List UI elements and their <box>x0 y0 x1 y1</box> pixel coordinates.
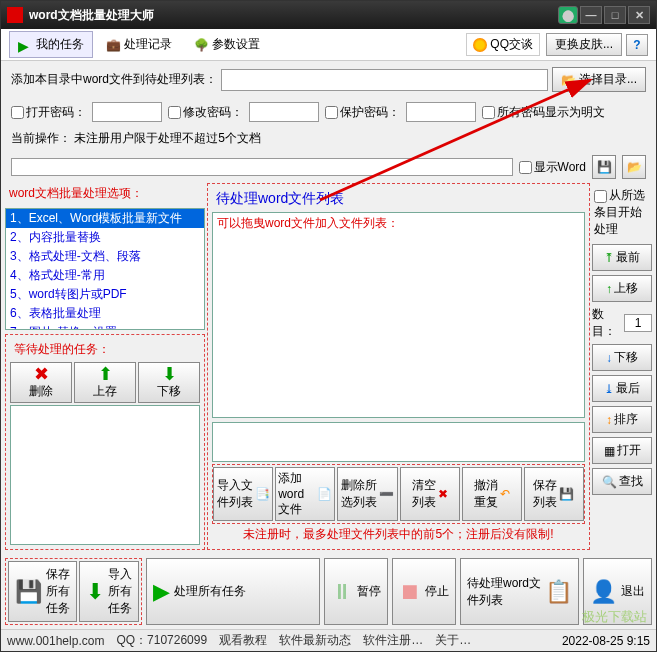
list-item[interactable]: 5、word转图片或PDF <box>6 285 204 304</box>
status-register[interactable]: 软件注册… <box>363 632 423 649</box>
stop-button[interactable]: ⏹停止 <box>392 558 456 625</box>
drag-hint: 可以拖曳word文件加入文件列表： <box>217 215 399 232</box>
open-icon-button[interactable]: 📂 <box>622 155 646 179</box>
to-bottom-button[interactable]: ⤓最后 <box>592 375 652 402</box>
status-tutorial[interactable]: 观看教程 <box>219 632 267 649</box>
move-up-button[interactable]: ⬆上存 <box>74 362 136 403</box>
clear-icon: ✖ <box>438 487 448 501</box>
progress-bar <box>11 158 513 176</box>
search-icon: 🔍 <box>602 475 617 489</box>
bottom-icon: ⤓ <box>604 382 614 396</box>
protect-pw-check[interactable]: 保护密码： <box>325 104 400 121</box>
move-down-button[interactable]: ⬇下移 <box>138 362 200 403</box>
up-icon: ⬆ <box>98 365 113 383</box>
list-item[interactable]: 2、内容批量替换 <box>6 228 204 247</box>
modify-pw-input[interactable] <box>249 102 319 122</box>
help-button[interactable]: ? <box>626 34 648 56</box>
down-icon: ↓ <box>606 351 612 365</box>
tab-my-tasks[interactable]: ▶我的任务 <box>9 31 93 58</box>
exit-icon: 👤 <box>590 579 617 605</box>
save-icon-button[interactable]: 💾 <box>592 155 616 179</box>
qq-icon <box>473 38 487 52</box>
protect-pw-input[interactable] <box>406 102 476 122</box>
open-pw-input[interactable] <box>92 102 162 122</box>
status-time: 2022-08-25 9:15 <box>562 634 650 648</box>
x-icon: ✖ <box>34 365 49 383</box>
folder-icon: 📂 <box>561 73 576 87</box>
doc-icon: 📄 <box>317 487 332 501</box>
add-word-button[interactable]: 添加word 文件📄 <box>275 467 335 521</box>
add-dir-label: 添加本目录中word文件到待处理列表： <box>11 71 217 88</box>
list-icon: 📑 <box>255 487 270 501</box>
tab-label: 参数设置 <box>212 36 260 53</box>
sort-button[interactable]: ↕排序 <box>592 406 652 433</box>
to-top-button[interactable]: ⤒最前 <box>592 244 652 271</box>
extra-button[interactable]: ⬤ <box>558 6 578 24</box>
top-icon: ⤒ <box>604 251 614 265</box>
start-from-check[interactable]: 从所选条目开始处理 <box>592 185 652 240</box>
minus-icon: ➖ <box>379 487 394 501</box>
list-item[interactable]: 1、Excel、Word模板批量新文件 <box>6 209 204 228</box>
detail-box <box>212 422 585 462</box>
exit-button[interactable]: 👤退出 <box>583 558 652 625</box>
minimize-button[interactable]: — <box>580 6 602 24</box>
sort-icon: ↕ <box>606 413 612 427</box>
file-list[interactable]: 可以拖曳word文件加入文件列表： <box>212 212 585 418</box>
pause-button[interactable]: ⏸暂停 <box>324 558 388 625</box>
list-icon: 📋 <box>545 579 572 605</box>
show-word-check[interactable]: 显示Word <box>519 159 586 176</box>
status-about[interactable]: 关于… <box>435 632 471 649</box>
clear-list-button[interactable]: 清空 列表✖ <box>400 467 460 521</box>
run-all-button[interactable]: ▶处理所有任务 <box>146 558 320 625</box>
download-icon: ⬇ <box>86 579 104 605</box>
save-icon: 💾 <box>559 487 574 501</box>
play-icon: ▶ <box>153 579 170 605</box>
delete-button[interactable]: ✖删除 <box>10 362 72 403</box>
up-button[interactable]: ↑上移 <box>592 275 652 302</box>
open-button[interactable]: ▦打开 <box>592 437 652 464</box>
undo-dup-button[interactable]: 撤消 重复↶ <box>462 467 522 521</box>
list-item[interactable]: 3、格式处理-文档、段落 <box>6 247 204 266</box>
list-item[interactable]: 7、图片-替换、设置 <box>6 323 204 330</box>
qq-chat-button[interactable]: QQ交谈 <box>466 33 540 56</box>
list-item[interactable]: 6、表格批量处理 <box>6 304 204 323</box>
tab-label: 处理记录 <box>124 36 172 53</box>
status-url[interactable]: www.001help.com <box>7 634 104 648</box>
save-all-tasks-button[interactable]: 💾保存 所有 任务 <box>8 561 77 622</box>
pending-filelist-button[interactable]: 待处理word文 件列表📋 <box>460 558 579 625</box>
down-button[interactable]: ↓下移 <box>592 344 652 371</box>
dir-input[interactable] <box>221 69 548 91</box>
down-icon: ⬇ <box>162 365 177 383</box>
choose-dir-label: 选择目录... <box>579 71 637 88</box>
play-icon: ▶ <box>18 38 32 52</box>
count-input[interactable] <box>624 314 652 332</box>
pending-title: 等待处理的任务： <box>10 339 200 360</box>
count-label: 数目： <box>592 306 622 340</box>
status-news[interactable]: 软件最新动态 <box>279 632 351 649</box>
close-button[interactable]: ✕ <box>628 6 650 24</box>
tab-settings[interactable]: 🌳参数设置 <box>185 31 269 58</box>
filelist-title: 待处理word文件列表 <box>216 190 344 208</box>
options-list[interactable]: 1、Excel、Word模板批量新文件 2、内容批量替换 3、格式处理-文档、段… <box>5 208 205 330</box>
save-list-button[interactable]: 保存 列表💾 <box>524 467 584 521</box>
modify-pw-check[interactable]: 修改密码： <box>168 104 243 121</box>
tab-history[interactable]: 💼处理记录 <box>97 31 181 58</box>
disk-icon: 💾 <box>15 579 42 605</box>
briefcase-icon: 💼 <box>106 38 120 52</box>
up-icon: ↑ <box>606 282 612 296</box>
app-icon <box>7 7 23 23</box>
pause-icon: ⏸ <box>331 579 353 605</box>
maximize-button[interactable]: □ <box>604 6 626 24</box>
import-all-tasks-button[interactable]: ⬇导入 所有 任务 <box>79 561 139 622</box>
open-pw-check[interactable]: 打开密码： <box>11 104 86 121</box>
pending-list[interactable] <box>10 405 200 545</box>
tab-label: 我的任务 <box>36 36 84 53</box>
skin-button[interactable]: 更换皮肤... <box>546 33 622 56</box>
find-button[interactable]: 🔍查找 <box>592 468 652 495</box>
import-list-button[interactable]: 导入文 件列表📑 <box>213 467 273 521</box>
choose-dir-button[interactable]: 📂选择目录... <box>552 67 646 92</box>
delete-selected-button[interactable]: 删除所 选列表➖ <box>337 467 397 521</box>
list-item[interactable]: 4、格式处理-常用 <box>6 266 204 285</box>
show-plain-check[interactable]: 所有密码显示为明文 <box>482 104 605 121</box>
register-note: 未注册时，最多处理文件列表中的前5个；注册后没有限制! <box>212 524 585 545</box>
